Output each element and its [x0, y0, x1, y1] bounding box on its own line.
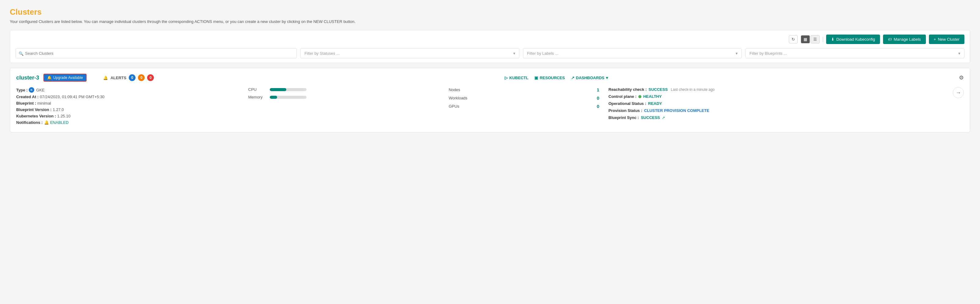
monitor-icon: ▣ [535, 76, 538, 80]
filter-labels-dropdown[interactable]: Filter by Labels ... ▾ [523, 48, 742, 59]
arrow-right-icon: → [956, 90, 961, 96]
cluster-counts-section: Nodes 1 Workloads 0 GPUs 0 [442, 87, 605, 112]
status-dot-green [638, 95, 641, 98]
gear-icon: ⚙ [959, 75, 964, 81]
chart-icon: ↗ [571, 76, 574, 80]
blueprint-row: Blueprint : minimal [16, 101, 242, 105]
cluster-name[interactable]: cluster-3 [16, 75, 39, 81]
cluster-status-section: Reachability check : SUCCESS Last check-… [605, 87, 950, 123]
memory-fill [270, 96, 277, 99]
nodes-row: Nodes 1 [449, 87, 599, 92]
upgrade-available-badge[interactable]: 🔔 Upgrade Available [43, 74, 87, 82]
search-clusters-input[interactable] [16, 48, 297, 59]
external-link-icon[interactable]: ↗ [662, 116, 665, 120]
gpus-row: GPUs 0 [449, 103, 599, 109]
plus-icon: + [934, 37, 936, 41]
search-clusters-wrap: 🔍 [16, 48, 297, 59]
page-subtitle: Your configured Clusters are listed belo… [10, 19, 970, 24]
cluster-settings-button[interactable]: ⚙ [959, 74, 964, 81]
new-cluster-button[interactable]: + New Cluster [929, 35, 964, 44]
kubectl-link[interactable]: ▷ KUBECTL [505, 76, 528, 80]
cpu-row: CPU [248, 87, 436, 92]
terminal-icon: ▷ [505, 76, 508, 80]
notifications-bell-icon: 🔔 [44, 120, 49, 125]
memory-progress-bar [270, 96, 307, 99]
cluster-detail-arrow-button[interactable]: → [953, 87, 964, 98]
chevron-down-icon: ▾ [513, 51, 515, 56]
refresh-icon: ↻ [792, 37, 795, 41]
manage-labels-button[interactable]: 🏷 Manage Labels [883, 35, 926, 44]
workloads-row: Workloads 0 [449, 95, 599, 100]
list-view-button[interactable]: ☰ [811, 35, 820, 43]
dashboards-link[interactable]: ↗ DASHBOARDS ▾ [571, 76, 608, 80]
bell-icon: 🔔 [47, 76, 52, 80]
alerts-bell-icon: 🔔 [103, 76, 108, 80]
memory-row: Memory [248, 95, 436, 99]
alerts-badge-red: 0 [147, 74, 154, 81]
blueprint-sync-row: Blueprint Sync : SUCCESS ↗ [608, 115, 947, 120]
list-icon: ☰ [813, 37, 817, 41]
chevron-down-icon: ▾ [736, 51, 738, 56]
k8s-version-row: Kubernetes Version : 1.25.10 [16, 114, 242, 118]
search-icon: 🔍 [19, 51, 24, 56]
page-title: Clusters [10, 7, 970, 17]
grid-icon: ▦ [803, 37, 807, 41]
cluster-card: cluster-3 🔔 Upgrade Available 🔔 ALERTS 0… [10, 68, 970, 132]
type-row: Type : K GKE [16, 87, 242, 93]
filter-blueprints-dropdown[interactable]: Filter by Blueprints ... ▾ [745, 48, 964, 59]
provision-status-row: Provision Status : CLUSTER PROVISION COM… [608, 108, 947, 113]
tag-icon: 🏷 [888, 37, 892, 41]
download-kubeconfig-button[interactable]: ⬇ Download Kubeconfig [826, 35, 880, 44]
reachability-row: Reachability check : SUCCESS Last check-… [608, 87, 947, 92]
alerts-badge-blue: 0 [129, 74, 135, 81]
blueprint-version-row: Blueprint Version : 1.27.0 [16, 107, 242, 112]
gke-icon: K [29, 87, 34, 93]
grid-view-button[interactable]: ▦ [801, 35, 810, 43]
cpu-fill [270, 88, 286, 91]
filter-statuses-dropdown[interactable]: Filter by Statuses ... ▾ [301, 48, 519, 59]
alerts-badge-orange: 0 [138, 74, 145, 81]
alerts-label: ALERTS [110, 76, 126, 80]
operational-status-row: Operational Status : READY [608, 101, 947, 106]
resources-link[interactable]: ▣ RESOURCES [535, 76, 565, 80]
control-plane-row: Control plane : HEALTHY [608, 94, 947, 99]
refresh-button[interactable]: ↻ [789, 35, 798, 43]
divider [823, 37, 823, 42]
chevron-down-icon: ▾ [958, 51, 961, 56]
chevron-down-icon: ▾ [606, 76, 608, 80]
cluster-resources-section: CPU Memory [242, 87, 442, 102]
notifications-row: Notifications : 🔔 ENABLED [16, 120, 242, 125]
cluster-info-section: Type : K GKE Created At : 07/24/2023, 01… [16, 87, 242, 127]
created-row: Created At : 07/24/2023, 01:09:41 PM GMT… [16, 94, 242, 99]
cpu-progress-bar [270, 88, 307, 91]
download-icon: ⬇ [831, 37, 834, 41]
